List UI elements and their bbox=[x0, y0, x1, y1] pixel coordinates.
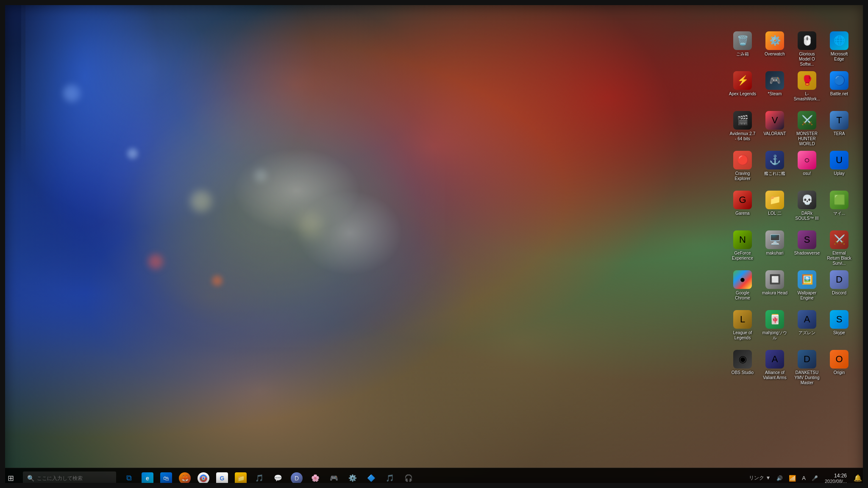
desktop-icon-smashbros[interactable]: 🥊L-SmashWork... bbox=[792, 69, 822, 107]
edge-icon: 🌐 bbox=[830, 31, 849, 50]
desktop-icon-nvidia[interactable]: NGeForce Experience bbox=[727, 228, 758, 266]
desktop-icon-osu[interactable]: ○osu! bbox=[792, 148, 822, 186]
desktop-icon-origin[interactable]: OOrigin bbox=[824, 347, 854, 385]
input-method-icon[interactable]: A bbox=[799, 468, 808, 488]
taskbar-chrome[interactable] bbox=[194, 468, 213, 488]
taskbar-firefox[interactable]: 🦊 bbox=[175, 468, 194, 488]
desktop-icon-lol[interactable]: LLeague of Legends bbox=[727, 308, 758, 346]
discord-icon: D bbox=[830, 270, 849, 289]
taskbar-app-8[interactable]: 🎵 bbox=[381, 468, 399, 488]
desktop-icon-edge[interactable]: 🌐Microsoft Edge bbox=[824, 29, 854, 67]
icon-label-nvidia: GeForce Experience bbox=[729, 251, 756, 261]
wallpaper-figure bbox=[21, 0, 445, 347]
icon-label-glorious: Glorious Model O Softw... bbox=[793, 52, 821, 67]
desktop-icon-overwatch[interactable]: ⚙️Overwatch bbox=[760, 29, 790, 67]
taskbar-app-5[interactable]: 🎮 bbox=[325, 468, 343, 488]
desktop-icon-garena[interactable]: GGarena bbox=[727, 188, 758, 226]
garena-icon: G bbox=[733, 191, 752, 209]
desktop-icon-tera[interactable]: TTERA bbox=[824, 108, 854, 147]
desktop-icon-folder-lol2[interactable]: 📁LOL 二 bbox=[760, 188, 790, 226]
microphone-icon[interactable]: 🎤 bbox=[809, 468, 821, 488]
icon-label-garena: Garena bbox=[735, 211, 749, 216]
steam-icon: 🎮 bbox=[765, 71, 784, 90]
desktop-icon-skype[interactable]: SSkype bbox=[824, 308, 854, 346]
desktop-icon-avidemux[interactable]: 🎬Avidemux 2.7 - 64 bits bbox=[727, 108, 758, 147]
desktop-icon-wallpaper[interactable]: 🖼️Wallpaper Engine bbox=[792, 268, 822, 306]
desktop-icon-obs[interactable]: ◉OBS Studio bbox=[727, 347, 758, 385]
mahjong-icon: 🀄 bbox=[765, 310, 784, 329]
desktop-icon-danketsu[interactable]: DDANKETSU YMV Dunting Master bbox=[792, 347, 822, 385]
taskbar-app-4[interactable]: 🌸 bbox=[306, 468, 325, 488]
taskbar-store[interactable]: 🛍 bbox=[157, 468, 175, 488]
desktop-icon-azurlane[interactable]: Aアズレン bbox=[792, 308, 822, 346]
avidemux-icon: 🎬 bbox=[733, 111, 752, 130]
icon-label-craving: Craving Explorer bbox=[729, 171, 756, 181]
taskbar-app-6[interactable]: ⚙️ bbox=[343, 468, 362, 488]
desktop-icon-mahjong[interactable]: 🀄mahjongソウル bbox=[760, 308, 790, 346]
overwatch-icon: ⚙️ bbox=[765, 31, 784, 50]
desktop-icon-battlenet[interactable]: 🔵Battle.net bbox=[824, 69, 854, 107]
icon-label-mahjong: mahjongソウル bbox=[761, 330, 788, 341]
taskbar-file-explorer[interactable]: 📁 bbox=[231, 468, 250, 488]
desktop-icon-minecraft[interactable]: 🟩マイ... bbox=[824, 188, 854, 226]
glorious-icon: 🖱️ bbox=[798, 31, 816, 50]
icon-label-shadowverse: Shadowverse bbox=[794, 251, 820, 256]
taskbar-pinned-apps: ⧉ e 🛍 🦊 G 📁 🎵 💬 bbox=[120, 468, 418, 488]
icon-label-valorant: VALORANT bbox=[763, 131, 786, 136]
link-button[interactable]: リンク ▼ bbox=[746, 468, 773, 488]
desktop-icon-darksouls[interactable]: 💀DARk SOULS™ III bbox=[792, 188, 822, 226]
icon-label-origin: Origin bbox=[834, 370, 845, 375]
desktop-icon-craving[interactable]: 🔴Craving Explorer bbox=[727, 148, 758, 186]
desktop-icon-uplay[interactable]: UUplay bbox=[824, 148, 854, 186]
icon-label-avidemux: Avidemux 2.7 - 64 bits bbox=[729, 131, 756, 141]
volume-icon[interactable]: 🔊 bbox=[774, 468, 785, 488]
desktop-icon-makuhari2[interactable]: 🔲makura Head bbox=[760, 268, 790, 306]
clock-area[interactable]: 14:26 2020/08/... bbox=[821, 468, 850, 488]
icon-label-alliance: Alliance of Valiant Arms bbox=[761, 370, 788, 380]
kancolle-icon: ⚓ bbox=[765, 151, 784, 169]
icon-label-eternalreturn: Eternal Return Black Survi... bbox=[826, 251, 853, 266]
desktop-icon-discord[interactable]: DDiscord bbox=[824, 268, 854, 306]
nvidia-icon: N bbox=[733, 230, 752, 249]
icon-label-battlenet: Battle.net bbox=[830, 92, 848, 97]
notification-button[interactable]: 🔔 bbox=[851, 468, 865, 488]
taskbar-app-9[interactable]: 🎧 bbox=[399, 468, 418, 488]
folder-lol2-icon: 📁 bbox=[765, 191, 784, 209]
icon-label-osu: osu! bbox=[803, 171, 811, 176]
taskbar-app-1[interactable]: 🎵 bbox=[250, 468, 269, 488]
taskbar-google[interactable]: G bbox=[213, 468, 231, 488]
icon-label-darksouls: DARk SOULS™ III bbox=[793, 211, 821, 221]
taskbar-app-3[interactable]: D bbox=[287, 468, 306, 488]
taskbar-app-7[interactable]: 🔷 bbox=[362, 468, 381, 488]
desktop-icon-grid: 🗑️ごみ箱⚙️Overwatch🖱️Glorious Model O Softw… bbox=[724, 25, 860, 463]
desktop-icon-kancolle[interactable]: ⚓艦これに艦 bbox=[760, 148, 790, 186]
taskbar-app-2[interactable]: 💬 bbox=[269, 468, 287, 488]
desktop-icon-mhw[interactable]: ⚔️MONSTER HUNTER WORLD bbox=[792, 108, 822, 147]
icon-label-folder-lol2: LOL 二 bbox=[768, 211, 781, 216]
date-display: 2020/08/... bbox=[825, 479, 847, 484]
start-button[interactable]: ⊞ bbox=[0, 468, 21, 488]
system-tray: リンク ▼ 🔊 📶 A 🎤 14:26 2020/08/... 🔔 bbox=[746, 468, 868, 488]
taskbar-search[interactable]: 🔍 bbox=[23, 471, 116, 485]
taskbar-edge[interactable]: e bbox=[138, 468, 157, 488]
task-view-button[interactable]: ⧉ bbox=[120, 468, 138, 488]
danketsu-icon: D bbox=[798, 350, 816, 369]
skype-icon: S bbox=[830, 310, 849, 329]
network-icon[interactable]: 📶 bbox=[786, 468, 798, 488]
desktop-icon-steam[interactable]: 🎮*Steam bbox=[760, 69, 790, 107]
desktop-icon-eternalreturn[interactable]: ⚔️Eternal Return Black Survi... bbox=[824, 228, 854, 266]
battlenet-icon: 🔵 bbox=[830, 71, 849, 90]
icon-label-smashbros: L-SmashWork... bbox=[793, 92, 821, 102]
desktop-icon-chrome[interactable]: ●Google Chrome bbox=[727, 268, 758, 306]
craving-icon: 🔴 bbox=[733, 151, 752, 169]
desktop-icon-makuhari[interactable]: 🖥️makuhari bbox=[760, 228, 790, 266]
desktop-icon-shadowverse[interactable]: SShadowverse bbox=[792, 228, 822, 266]
desktop-icon-trash[interactable]: 🗑️ごみ箱 bbox=[727, 29, 758, 67]
desktop-icon-valorant[interactable]: VVALORANT bbox=[760, 108, 790, 147]
desktop-icon-apex[interactable]: ⚡Apex Legends bbox=[727, 69, 758, 107]
desktop-icon-alliance[interactable]: AAlliance of Valiant Arms bbox=[760, 347, 790, 385]
desktop-icon-glorious[interactable]: 🖱️Glorious Model O Softw... bbox=[792, 29, 822, 67]
icon-label-lol: League of Legends bbox=[729, 330, 756, 341]
icon-label-apex: Apex Legends bbox=[729, 92, 756, 97]
search-input[interactable] bbox=[37, 475, 112, 481]
